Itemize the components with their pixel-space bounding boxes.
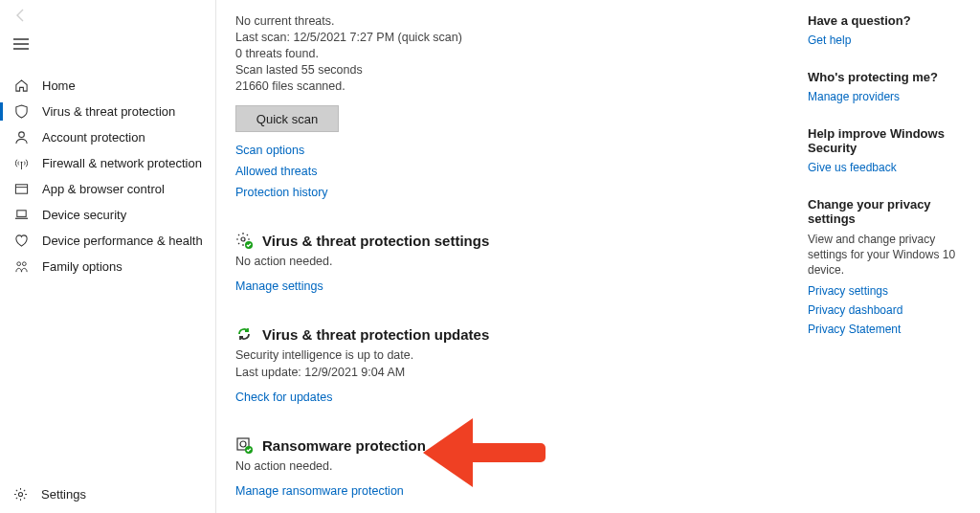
- sidebar-item-label: Virus & threat protection: [42, 104, 175, 119]
- sidebar-item-device-security[interactable]: Device security: [0, 202, 215, 228]
- who-group: Who's protecting me? Manage providers: [808, 70, 970, 103]
- improve-heading: Help improve Windows Security: [808, 126, 970, 155]
- home-icon: [14, 78, 29, 93]
- back-arrow-icon: [13, 8, 29, 23]
- status-files-scanned: 21660 files scanned.: [235, 78, 789, 95]
- right-column: Have a question? Get help Who's protecti…: [808, 0, 980, 513]
- settings-section: Virus & threat protection settings No ac…: [235, 232, 789, 293]
- question-group: Have a question? Get help: [808, 13, 970, 47]
- svg-rect-2: [15, 185, 27, 193]
- nav-list: Home Virus & threat protection Account p…: [0, 73, 215, 475]
- ransomware-section: Ransomware protection No action needed. …: [235, 436, 789, 498]
- settings-label: Settings: [41, 487, 86, 502]
- privacy-text: View and change privacy settings for you…: [808, 232, 970, 279]
- sidebar-item-label: Family options: [42, 259, 122, 274]
- sidebar-item-app-browser[interactable]: App & browser control: [0, 176, 215, 202]
- sidebar-item-label: Device performance & health: [42, 234, 203, 248]
- family-icon: [14, 259, 29, 274]
- feedback-link[interactable]: Give us feedback: [808, 161, 970, 174]
- status-last-scan: Last scan: 12/5/2021 7:27 PM (quick scan…: [235, 30, 789, 46]
- refresh-icon: [235, 325, 253, 343]
- manage-providers-link[interactable]: Manage providers: [808, 90, 970, 103]
- window-icon: [14, 182, 29, 196]
- sidebar-item-home[interactable]: Home: [0, 73, 215, 99]
- updates-section-title: Virus & threat protection updates: [262, 326, 489, 343]
- sidebar-item-settings[interactable]: Settings: [0, 475, 215, 513]
- status-duration: Scan lasted 55 seconds: [235, 62, 789, 78]
- sidebar-item-device-health[interactable]: Device performance & health: [0, 228, 215, 254]
- antenna-icon: [14, 156, 29, 170]
- settings-section-title: Virus & threat protection settings: [262, 233, 489, 249]
- sidebar-item-firewall[interactable]: Firewall & network protection: [0, 150, 215, 176]
- svg-point-5: [22, 262, 26, 266]
- who-heading: Who's protecting me?: [808, 70, 970, 84]
- hamburger-icon: [13, 38, 29, 50]
- svg-point-6: [18, 492, 22, 496]
- check-updates-link[interactable]: Check for updates: [235, 390, 332, 404]
- gear-icon: [13, 487, 28, 502]
- scan-options-link[interactable]: Scan options: [235, 144, 789, 157]
- svg-point-7: [241, 237, 245, 241]
- sidebar-item-family[interactable]: Family options: [0, 254, 215, 279]
- updates-section-lastupdate: Last update: 12/9/2021 9:04 AM: [235, 366, 789, 379]
- sidebar-item-label: Device security: [42, 208, 126, 222]
- privacy-dashboard-link[interactable]: Privacy dashboard: [808, 303, 970, 317]
- scan-links: Scan options Allowed threats Protection …: [235, 144, 789, 199]
- privacy-heading: Change your privacy settings: [808, 197, 970, 226]
- status-threats-found: 0 threats found.: [235, 46, 789, 62]
- privacy-group: Change your privacy settings View and ch…: [808, 197, 970, 336]
- updates-section-sub: Security intelligence is up to date.: [235, 348, 789, 362]
- main-content: No current threats. Last scan: 12/5/2021…: [216, 0, 808, 513]
- scan-status-block: No current threats. Last scan: 12/5/2021…: [235, 13, 789, 94]
- status-no-threats: No current threats.: [235, 13, 789, 30]
- svg-point-1: [20, 162, 22, 164]
- person-icon: [14, 130, 29, 145]
- shield-icon: [14, 104, 29, 119]
- settings-section-sub: No action needed.: [235, 255, 789, 268]
- quick-scan-button[interactable]: Quick scan: [235, 105, 339, 132]
- sidebar-item-virus-threat[interactable]: Virus & threat protection: [0, 99, 215, 124]
- allowed-threats-link[interactable]: Allowed threats: [235, 165, 789, 178]
- svg-rect-3: [16, 211, 25, 217]
- svg-point-4: [16, 262, 20, 266]
- improve-group: Help improve Windows Security Give us fe…: [808, 126, 970, 174]
- gear-check-icon: [235, 232, 253, 249]
- sidebar-item-label: Account protection: [42, 130, 145, 145]
- privacy-statement-link[interactable]: Privacy Statement: [808, 323, 970, 336]
- ransomware-section-title: Ransomware protection: [262, 437, 426, 454]
- sidebar: Home Virus & threat protection Account p…: [0, 0, 216, 513]
- sidebar-item-label: Firewall & network protection: [42, 156, 202, 170]
- svg-point-10: [240, 441, 246, 447]
- get-help-link[interactable]: Get help: [808, 33, 970, 47]
- back-button[interactable]: [0, 4, 215, 27]
- protection-history-link[interactable]: Protection history: [235, 186, 789, 199]
- sidebar-item-label: App & browser control: [42, 182, 165, 196]
- sidebar-item-account[interactable]: Account protection: [0, 124, 215, 150]
- ransomware-section-sub: No action needed.: [235, 459, 789, 473]
- sidebar-item-label: Home: [42, 78, 76, 93]
- laptop-icon: [14, 208, 29, 222]
- privacy-settings-link[interactable]: Privacy settings: [808, 284, 970, 298]
- manage-settings-link[interactable]: Manage settings: [235, 279, 323, 293]
- heart-icon: [14, 234, 29, 248]
- svg-point-0: [18, 132, 24, 138]
- hamburger-button[interactable]: [0, 33, 215, 56]
- ransomware-icon: [235, 436, 253, 454]
- manage-ransomware-link[interactable]: Manage ransomware protection: [235, 484, 404, 498]
- question-heading: Have a question?: [808, 13, 970, 28]
- updates-section: Virus & threat protection updates Securi…: [235, 325, 789, 404]
